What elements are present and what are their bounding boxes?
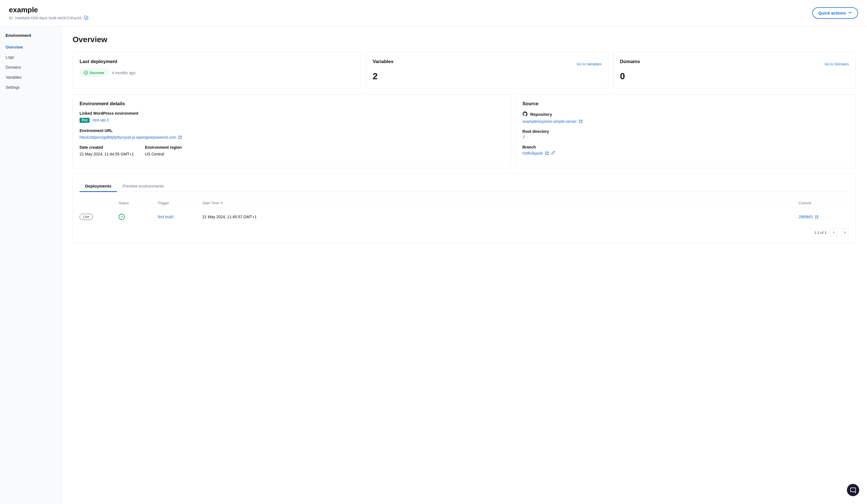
env-url-section: Environment URL h9xd16dpen2gd66j9p9yrcpu… — [79, 128, 504, 140]
copy-icon[interactable] — [84, 15, 89, 20]
page-title: Overview — [73, 35, 856, 44]
cards-row: Last deployment Success 4 months ago Var… — [73, 52, 856, 88]
github-icon — [522, 111, 528, 118]
details-row: Environment details Linked WordPress env… — [73, 94, 856, 168]
external-link-icon — [178, 135, 182, 139]
linked-wp-label: Linked WordPress environment — [79, 111, 504, 116]
tab-deployments[interactable]: Deployments — [79, 181, 117, 192]
deployments-card: Deployments Preview environments Status … — [73, 174, 856, 243]
external-link-icon-branch — [545, 151, 549, 155]
branch-link-text: hotfix/kjanik — [522, 151, 543, 156]
env-details-title: Environment details — [79, 101, 504, 107]
live-badge-col: Live — [79, 214, 119, 220]
date-created-col: Date created 21 May 2024, 11:44:55 GMT+1 — [79, 145, 134, 156]
env-url-text: h9xd16dpen2gd66j9p9yrcpu0.js.wpenginepow… — [79, 135, 176, 140]
app-id-row: ID: 7e8dfa58-f339-9acb-3a36-4d287230ac63 — [9, 15, 89, 20]
success-label: Success — [89, 71, 104, 75]
external-link-icon-commit — [815, 215, 818, 219]
sidebar-item-domains[interactable]: Domains — [0, 62, 61, 72]
variables-count: 2 — [373, 71, 601, 82]
table-header: Status Trigger Start Time Commit — [79, 199, 849, 208]
go-to-domains-link[interactable]: Go to Domains — [825, 62, 849, 66]
domains-count: 0 — [620, 71, 849, 82]
live-badge: Live — [79, 214, 93, 220]
quick-actions-label: Quick actions — [818, 11, 846, 15]
status-check-col — [119, 214, 158, 220]
sidebar-item-settings[interactable]: Settings — [0, 82, 61, 93]
repo-link-text: example/express-simple-server — [522, 119, 577, 124]
status-badge-success: Success — [79, 69, 109, 76]
branch-link[interactable]: hotfix/kjanik — [522, 151, 548, 156]
repo-header: Repository — [522, 111, 849, 118]
layout: Environment Overview Logs Domains Variab… — [0, 26, 867, 504]
env-region-value: US Central — [145, 152, 182, 156]
sidebar-item-overview[interactable]: Overview — [0, 42, 61, 52]
domains-title: Domains — [620, 59, 640, 64]
sidebar-item-logs[interactable]: Logs — [0, 52, 61, 62]
variables-card-header: Variables Go to Variables — [373, 59, 601, 69]
chevron-down-icon — [848, 11, 852, 15]
next-page-button[interactable] — [841, 228, 849, 236]
success-check-icon — [119, 214, 125, 220]
repo-link[interactable]: example/express-simple-server — [522, 119, 582, 124]
table-row: Live first build 21 May 2024, 11:45:57 G… — [79, 210, 849, 224]
start-time-col: 21 May 2024, 11:45:57 GMT+1 — [202, 215, 799, 219]
pagination-text: 1-1 of 1 — [814, 230, 826, 235]
wp-env-link[interactable]: test-wp-1 — [93, 118, 109, 122]
repo-section: Repository example/express-simple-server — [522, 111, 849, 124]
main-content: Overview Last deployment Success 4 month… — [61, 26, 867, 504]
date-created-value: 21 May 2024, 11:44:55 GMT+1 — [79, 152, 134, 156]
repo-label: Repository — [530, 112, 552, 117]
domains-card: Domains Go to Domains 0 — [613, 52, 856, 88]
linked-wp-value-row: Prd test-wp-1 — [79, 118, 504, 123]
svg-rect-1 — [84, 16, 87, 19]
date-region-row: Date created 21 May 2024, 11:44:55 GMT+1… — [79, 145, 504, 156]
domains-card-header: Domains Go to Domains — [620, 59, 849, 69]
deployment-time-ago: 4 months ago — [112, 71, 136, 75]
go-to-variables-link[interactable]: Go to Variables — [577, 62, 601, 66]
sort-icon — [220, 201, 223, 205]
env-url-label: Environment URL — [79, 128, 504, 133]
sidebar-nav: Overview Logs Domains Variables Settings — [0, 42, 61, 93]
source-card: Source Repository example/express-simple… — [515, 94, 856, 168]
app-title: example — [9, 6, 89, 14]
chat-bubble-button[interactable] — [847, 484, 859, 496]
col-header-start-time: Start Time — [202, 201, 799, 205]
quick-actions-button[interactable]: Quick actions — [812, 7, 858, 19]
commit-col: 2869bf3 — [799, 215, 849, 219]
header: example ID: 7e8dfa58-f339-9acb-3a36-4d28… — [0, 0, 867, 26]
tabs-row: Deployments Preview environments — [79, 181, 849, 192]
prd-badge: Prd — [79, 118, 89, 123]
col-header-status-icon: Status — [119, 201, 158, 205]
root-dir-label: Root directory — [522, 129, 849, 134]
tab-preview-environments[interactable]: Preview environments — [117, 181, 169, 192]
start-time-value: 21 May 2024, 11:45:57 GMT+1 — [202, 215, 257, 219]
source-title: Source — [522, 101, 849, 107]
header-left: example ID: 7e8dfa58-f339-9acb-3a36-4d28… — [9, 6, 89, 20]
root-dir-section: Root directory ./ — [522, 129, 849, 139]
prev-page-button[interactable] — [830, 228, 838, 236]
env-region-col: Environment region US Central — [145, 145, 182, 156]
branch-label: Branch — [522, 145, 849, 149]
trigger-link[interactable]: first build — [158, 215, 173, 219]
commit-hash: 2869bf3 — [799, 215, 813, 219]
root-dir-value: ./ — [522, 135, 849, 139]
pagination-row: 1-1 of 1 — [79, 228, 849, 236]
col-header-trigger: Trigger — [158, 201, 202, 205]
edit-icon[interactable] — [551, 150, 556, 156]
sidebar-title: Environment — [0, 33, 61, 42]
branch-row: hotfix/kjanik — [522, 150, 849, 156]
linked-wp-section: Linked WordPress environment Prd test-wp… — [79, 111, 504, 123]
last-deployment-title: Last deployment — [79, 59, 354, 64]
sidebar: Environment Overview Logs Domains Variab… — [0, 26, 61, 504]
env-details-card: Environment details Linked WordPress env… — [73, 94, 511, 168]
app-id-text: ID: 7e8dfa58-f339-9acb-3a36-4d287230ac63 — [9, 16, 82, 20]
sidebar-item-variables[interactable]: Variables — [0, 72, 61, 82]
trigger-col: first build — [158, 215, 202, 219]
env-url-link[interactable]: h9xd16dpen2gd66j9p9yrcpu0.js.wpenginepow… — [79, 135, 182, 140]
deployment-status: Success 4 months ago — [79, 69, 354, 76]
variables-card: Variables Go to Variables 2 — [366, 52, 609, 88]
last-deployment-card: Last deployment Success 4 months ago — [73, 52, 361, 88]
variables-title: Variables — [373, 59, 394, 64]
commit-link[interactable]: 2869bf3 — [799, 215, 818, 219]
